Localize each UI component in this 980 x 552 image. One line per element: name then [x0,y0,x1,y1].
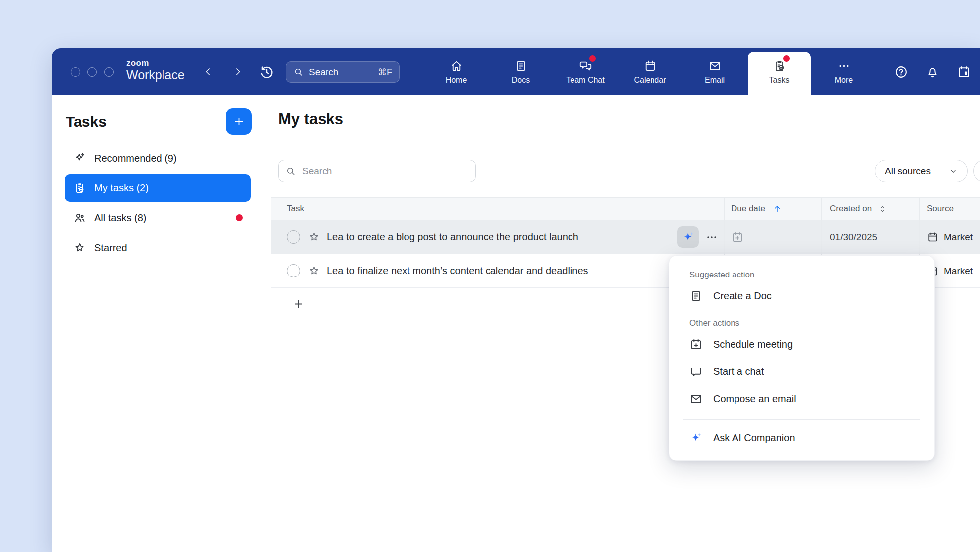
back-button[interactable] [201,64,216,79]
history-icon [258,64,275,81]
tab-more[interactable]: More [812,48,876,95]
tab-label: Team Chat [566,76,604,85]
menu-item-create-doc[interactable]: Create a Doc [669,282,934,310]
window-control-dot[interactable] [104,67,114,77]
notifications-button[interactable] [921,61,943,83]
brand-logo: zoom Workplace [126,59,185,81]
sidebar-item-all-tasks[interactable]: All tasks (8) [65,204,251,232]
sidebar-item-recommended[interactable]: Recommended (9) [65,144,251,172]
filter-dropdown-partial[interactable] [973,160,980,182]
task-search[interactable] [278,160,476,182]
column-header-due-date[interactable]: Due date [724,198,821,220]
help-icon [894,65,908,79]
sources-filter-dropdown[interactable]: All sources [875,160,968,182]
tab-email[interactable]: Email [682,48,747,95]
column-header-source: Source [919,198,980,220]
search-shortcut: ⌘F [378,67,392,78]
tab-tasks[interactable]: Tasks [747,48,812,95]
menu-item-compose-email[interactable]: Compose an email [669,385,934,413]
more-icon [837,59,851,73]
calendar-plus-icon [689,338,703,351]
menu-item-label: Create a Doc [713,290,772,302]
new-task-button[interactable] [226,108,252,135]
suggested-actions-menu: Suggested action Create a Doc Other acti… [669,255,935,461]
add-due-date-icon[interactable] [731,231,744,244]
menu-item-label: Ask AI Companion [713,432,795,444]
my-tasks-icon [73,182,86,194]
menu-section-label: Suggested action [669,268,934,282]
sidebar-item-label: Recommended (9) [94,153,177,164]
docs-icon [514,59,528,73]
task-search-input[interactable] [301,165,469,177]
tasks-sidebar: Tasks Recommended (9) My tasks (2) All t… [52,95,264,552]
star-icon[interactable] [308,265,320,277]
ai-companion-icon [681,230,695,244]
sidebar-item-label: Starred [94,242,127,254]
window-control-dot[interactable] [71,67,80,77]
tab-calendar[interactable]: Calendar [618,48,682,95]
tab-label: Email [705,76,725,85]
sort-icon [878,204,887,214]
unread-badge [589,55,596,62]
star-icon[interactable] [308,231,320,243]
tab-label: Docs [512,76,530,85]
envelope-icon [689,392,703,406]
calendar-icon [644,59,657,73]
sidebar-header: Tasks [66,108,252,135]
brand-logo-zoom: zoom [126,59,185,67]
tab-home[interactable]: Home [424,48,489,95]
window-controls [71,67,114,77]
notifications-icon [925,65,940,79]
ai-companion-button[interactable] [677,226,699,248]
sidebar-item-starred[interactable]: Starred [65,234,251,262]
tab-label: Tasks [769,76,790,85]
menu-divider [683,419,920,420]
menu-item-label: Schedule meeting [713,339,793,350]
global-search-label: Search [309,67,338,78]
titlebar: zoom Workplace Search ⌘F Home Docs [52,48,980,95]
page-title: My tasks [278,110,343,128]
unread-badge [236,214,243,221]
table-row[interactable]: Lea to create a blog post to announce th… [271,220,980,254]
sidebar-item-label: My tasks (2) [94,183,149,194]
task-title: Lea to create a blog post to announce th… [327,231,578,243]
source-cell: Market [919,220,980,254]
menu-item-schedule-meeting[interactable]: Schedule meeting [669,331,934,358]
more-actions-icon[interactable] [705,231,718,244]
tab-team-chat[interactable]: Team Chat [553,48,618,95]
menu-item-ask-ai-companion[interactable]: Ask AI Companion [669,424,934,452]
schedule-button[interactable] [953,61,975,83]
task-complete-checkbox[interactable] [287,264,300,277]
brand-logo-workplace: Workplace [126,69,185,81]
doc-icon [689,289,703,303]
global-search[interactable]: Search ⌘F [286,61,400,83]
chevron-left-icon [203,66,214,77]
help-button[interactable] [890,61,912,83]
tasks-icon [773,59,786,73]
menu-item-start-chat[interactable]: Start a chat [669,358,934,385]
task-complete-checkbox[interactable] [287,230,300,244]
home-icon [450,59,463,73]
plus-icon [233,115,245,128]
forward-button[interactable] [230,64,245,79]
search-icon [285,166,296,177]
menu-section-label: Other actions [669,316,934,331]
history-button[interactable] [258,64,275,81]
tab-label: Calendar [634,76,666,85]
window-control-dot[interactable] [87,67,97,77]
team-chat-icon [579,59,592,73]
menu-item-label: Start a chat [713,366,764,377]
search-icon [293,67,304,77]
sources-filter-label: All sources [885,166,931,177]
task-title: Lea to finalize next month’s content cal… [327,265,588,276]
column-header-created-on[interactable]: Created on [821,198,919,220]
calendar-source-icon [927,231,939,243]
due-date-cell[interactable] [724,220,821,254]
desktop-background: zoom Workplace Search ⌘F Home Docs [0,0,980,552]
ai-companion-icon [689,431,703,445]
menu-item-label: Compose an email [713,393,796,405]
created-on-cell: 01/30/2025 [821,220,919,254]
column-header-task: Task [271,198,724,220]
tab-docs[interactable]: Docs [489,48,553,95]
sidebar-item-my-tasks[interactable]: My tasks (2) [65,174,251,202]
